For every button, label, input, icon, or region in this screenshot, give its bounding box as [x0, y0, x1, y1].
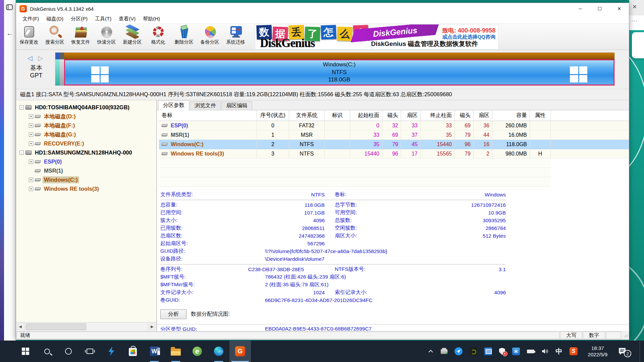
tree-item-win-re[interactable]: +Windows RE tools(3) — [16, 184, 156, 193]
tab-sector-edit[interactable]: 扇区编辑 — [221, 101, 252, 110]
toolbar-button-format[interactable]: 格式化 — [145, 24, 171, 45]
menu-item-5[interactable]: 帮助(H) — [139, 15, 164, 23]
menu-item-3[interactable]: 工具(T) — [91, 15, 115, 23]
taskbar-thunder-button[interactable] — [101, 341, 122, 362]
main-split: -HD0:TOSHIBAMQ04ABF100(932GB)+本地磁盘(D:)+本… — [16, 100, 629, 331]
back-arrow-icon[interactable]: ← — [6, 29, 15, 37]
ad-banner[interactable]: 数据丢了怎么！ DiskGenius DiskGenius 致电: 400-00… — [255, 24, 498, 50]
taskbar-ie-button[interactable]: e — [186, 341, 208, 362]
toolbar-button-search[interactable]: 搜索分区 — [42, 24, 68, 45]
tree-item-hd0[interactable]: -HD0:TOSHIBAMQ04ABF100(932GB) — [16, 103, 156, 112]
toolbar-button-label: 系统迁移 — [223, 39, 249, 45]
toolbar-button-quick[interactable]: 快速分区 — [94, 24, 119, 45]
partition-sliver-msr[interactable] — [60, 53, 64, 85]
minimize-button[interactable]: ─ — [571, 3, 590, 14]
partition-icon — [161, 133, 168, 136]
expand-icon[interactable]: + — [29, 187, 33, 191]
disk-icon — [25, 150, 32, 155]
scroll-right-arrow[interactable]: ▶ — [148, 322, 156, 331]
tree-item-local-f[interactable]: +本地磁盘(F:) — [16, 121, 156, 130]
menu-item-0[interactable]: 文件(F) — [19, 15, 43, 23]
expand-icon[interactable]: + — [29, 114, 33, 119]
tray-speaker-icon[interactable] — [541, 348, 549, 354]
partition-icon — [35, 115, 41, 118]
taskbar-start-button[interactable] — [15, 341, 36, 362]
tray-intel-icon[interactable] — [484, 348, 492, 355]
tray-battery-icon[interactable] — [527, 350, 534, 353]
tree-item-hd1[interactable]: -HD1:SAMSUNGMZNLN128HAHQ-000 — [16, 148, 156, 157]
tree-horizontal-scrollbar[interactable]: ◀ ▶ — [16, 322, 156, 331]
taskbar-task-view-button[interactable] — [79, 341, 101, 362]
tray-nvidia-icon[interactable] — [470, 348, 477, 355]
table-row-2[interactable]: Windows(C:)2NTFS357945154409616118.0GB — [159, 140, 629, 149]
prev-disk-arrow[interactable]: ◁ — [28, 55, 35, 62]
expand-icon[interactable]: + — [29, 132, 33, 137]
windows-flag-icon — [570, 66, 587, 82]
sidebar-toggle-icon[interactable] — [6, 4, 13, 10]
taskbar-edge-button[interactable] — [208, 341, 229, 362]
detail-label: $MFT簇号: — [160, 274, 227, 281]
detail-value: 2 (柱面:35 磁头:79 扇区:61) — [227, 281, 455, 288]
expand-icon[interactable]: + — [29, 141, 33, 146]
close-button[interactable]: ✕ — [609, 3, 629, 14]
menu-item-2[interactable]: 分区(P) — [67, 15, 91, 23]
tab-browse-files[interactable]: 浏览文件 — [190, 101, 221, 110]
toolbar-button-new[interactable]: 新建分区 — [119, 24, 145, 45]
banner-phone: 致电: 400-008-9958 — [442, 26, 495, 35]
tree-item-recovery-e[interactable]: +RECOVERY(E:) — [16, 139, 156, 148]
tray-bird-icon[interactable] — [454, 347, 463, 355]
tree-item-local-d[interactable]: +本地磁盘(D:) — [16, 112, 156, 121]
partition-sliver-esp[interactable] — [55, 53, 60, 85]
taskbar-cortana-button[interactable] — [58, 341, 79, 362]
toolbar-button-migrate[interactable]: 系统迁移 — [223, 24, 249, 45]
partition-block-windows-c[interactable]: Windows(C:) NTFS 118.0GB — [64, 59, 614, 85]
menu-item-4[interactable]: 查看(V) — [115, 15, 139, 23]
notification-center-icon[interactable]: 2 — [618, 346, 629, 356]
table-cell: 35 — [421, 130, 455, 139]
detail-label: 已用空间: — [160, 209, 227, 216]
toolbar-button-backup[interactable]: 备份分区 — [197, 24, 223, 45]
collapse-icon[interactable]: - — [19, 105, 24, 110]
taskbar-explorer-button[interactable] — [165, 341, 186, 362]
table-row-0[interactable]: ESP(0)0FAT3203233336936260.0MB — [159, 121, 629, 130]
tray-shield-icon[interactable] — [499, 348, 505, 355]
background-window-close[interactable]: ✕ — [629, 0, 644, 15]
expand-icon[interactable]: + — [29, 123, 33, 128]
expand-icon[interactable]: + — [29, 160, 33, 164]
tree-item-local-g[interactable]: +本地磁盘(G:) — [16, 130, 156, 139]
collapse-icon[interactable]: - — [19, 150, 24, 155]
tray-ime-icon[interactable]: 中 — [556, 347, 562, 356]
resize-grip[interactable] — [622, 331, 629, 339]
toolbar-button-recover[interactable]: 恢复文件 — [68, 24, 94, 45]
next-disk-arrow[interactable]: ▷ — [38, 55, 45, 62]
analyze-button[interactable]: 分析 — [160, 309, 186, 319]
tray-chevron-icon[interactable] — [428, 349, 434, 354]
scroll-left-arrow[interactable]: ◀ — [16, 322, 25, 331]
table-row-1[interactable]: MSR(1)1MSR33693735794416.0MB — [159, 130, 629, 140]
maximize-button[interactable]: ☐ — [590, 3, 609, 14]
taskbar-clock[interactable]: 18:37 2022/5/9 — [588, 345, 607, 358]
taskbar-diskgenius-button[interactable]: G — [229, 341, 251, 362]
tray-snowflake-icon[interactable] — [512, 348, 520, 355]
taskbar-search-button[interactable] — [36, 341, 58, 362]
detail-label: 可用空间: — [335, 209, 407, 216]
menu-item-1[interactable]: 磁盘(D) — [43, 15, 67, 23]
show-desktop-button[interactable] — [640, 341, 642, 362]
background-window-more[interactable]: ⋯ — [629, 15, 644, 30]
expand-icon[interactable]: + — [29, 178, 33, 182]
partition-icon — [161, 143, 168, 146]
toolbar-button-delete[interactable]: 删除分区 — [171, 24, 197, 45]
volume-name: Windows(C:) — [171, 141, 204, 147]
volume-name-cell: Windows RE tools(3) — [159, 149, 257, 158]
tray-sogou-icon[interactable]: S — [570, 347, 578, 355]
tray-printer-icon[interactable] — [441, 349, 447, 354]
table-row-3[interactable]: Windows RE tools(3)3NTFS1544096171556579… — [159, 149, 629, 159]
toolbar-button-save[interactable]: 保存更改 — [16, 24, 42, 45]
tab-partition-params[interactable]: 分区参数 — [158, 100, 189, 110]
tree-item-msr[interactable]: +MSR(1) — [16, 166, 156, 175]
taskbar-store-button[interactable] — [122, 341, 144, 362]
tree-item-esp[interactable]: +ESP(0) — [16, 157, 156, 166]
scrollbar-thumb[interactable] — [26, 323, 86, 330]
tree-item-windows-c[interactable]: +Windows(C:) — [16, 175, 156, 184]
taskbar-word-button[interactable]: W — [144, 341, 165, 362]
